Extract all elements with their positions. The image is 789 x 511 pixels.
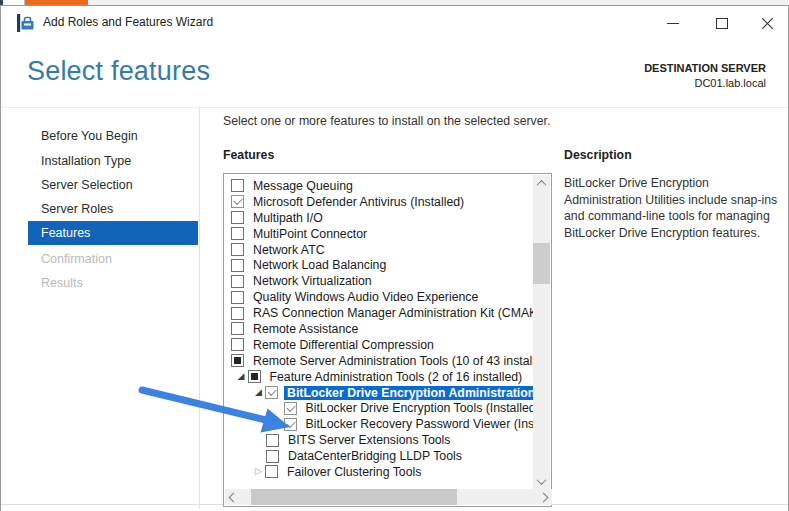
features-listbox: Message QueuingMicrosoft Defender Antivi… bbox=[223, 173, 552, 507]
roles-and-features-wizard-icon bbox=[16, 14, 34, 32]
maximize-icon bbox=[716, 18, 728, 29]
chevron-down-icon bbox=[537, 475, 547, 485]
features-rows: Message QueuingMicrosoft Defender Antivi… bbox=[224, 178, 534, 488]
feature-label: BITS Server Extensions Tools bbox=[288, 433, 450, 447]
description-text: BitLocker Drive Encryption Administratio… bbox=[564, 175, 783, 241]
feature-row-multipath-i-o[interactable]: Multipath I/O bbox=[224, 210, 534, 226]
chevron-right-icon bbox=[539, 492, 549, 502]
minimize-button[interactable] bbox=[653, 10, 693, 36]
feature-row-multipoint-connector[interactable]: MultiPoint Connector bbox=[224, 226, 534, 242]
feature-row-network-atc[interactable]: Network ATC bbox=[224, 242, 534, 258]
horizontal-scrollbar[interactable] bbox=[225, 489, 552, 505]
feature-label: BitLocker Drive Encryption Tools (Instal… bbox=[306, 401, 535, 415]
scroll-right-button[interactable] bbox=[535, 489, 552, 505]
feature-label: BitLocker Recovery Password Viewer (Inst… bbox=[306, 417, 535, 431]
header-divider bbox=[1, 107, 788, 108]
checkbox-unchecked[interactable] bbox=[266, 450, 279, 463]
sidebar-item-server-selection[interactable]: Server Selection bbox=[1, 173, 199, 197]
feature-row-microsoft-defender-antivirus-installed[interactable]: Microsoft Defender Antivirus (Installed) bbox=[224, 194, 534, 210]
feature-row-ras-connection-manager-administration-ki[interactable]: RAS Connection Manager Administration Ki… bbox=[224, 305, 534, 321]
close-button[interactable] bbox=[747, 10, 787, 36]
checkbox-unchecked[interactable] bbox=[231, 211, 244, 224]
page-title: Select features bbox=[27, 56, 210, 87]
features-list-label: Features bbox=[223, 148, 274, 162]
scroll-down-button[interactable] bbox=[533, 473, 550, 490]
destination-server-label: DESTINATION SERVER bbox=[644, 61, 766, 76]
checkbox-indeterminate[interactable] bbox=[231, 354, 244, 367]
sidebar-item-features[interactable]: Features bbox=[28, 221, 198, 245]
scroll-left-button[interactable] bbox=[225, 489, 242, 505]
checkbox-unchecked[interactable] bbox=[231, 291, 244, 304]
feature-row-message-queuing[interactable]: Message Queuing bbox=[224, 178, 534, 194]
vertical-scrollbar-thumb[interactable] bbox=[533, 243, 550, 284]
maximize-button[interactable] bbox=[702, 10, 742, 36]
title-bar: Add Roles and Features Wizard bbox=[1, 6, 788, 39]
screen: Add Roles and Features Wizard Select fea… bbox=[0, 0, 789, 511]
window-title: Add Roles and Features Wizard bbox=[43, 15, 213, 29]
feature-label: Remote Differential Compression bbox=[253, 338, 434, 352]
feature-row-remote-differential-compression[interactable]: Remote Differential Compression bbox=[224, 337, 534, 353]
feature-row-bitlocker-drive-encryption-administratio[interactable]: ◢BitLocker Drive Encryption Administrati… bbox=[224, 385, 534, 401]
sidebar-item-confirmation: Confirmation bbox=[1, 247, 199, 271]
checkbox-unchecked[interactable] bbox=[231, 259, 244, 272]
minimize-icon bbox=[667, 23, 679, 24]
feature-row-feature-administration-tools-2-of-16-ins[interactable]: ◢Feature Administration Tools (2 of 16 i… bbox=[224, 369, 534, 385]
sidebar-item-installation-type[interactable]: Installation Type bbox=[1, 149, 199, 173]
checkbox-unchecked[interactable] bbox=[231, 275, 244, 288]
checkbox-checked[interactable] bbox=[265, 386, 278, 399]
sidebar-item-before-you-begin[interactable]: Before You Begin bbox=[1, 124, 199, 148]
checkbox-checked[interactable] bbox=[284, 402, 297, 415]
checkbox-unchecked[interactable] bbox=[231, 307, 244, 320]
checkbox-unchecked[interactable] bbox=[231, 227, 244, 240]
checkbox-checked[interactable] bbox=[284, 418, 297, 431]
feature-row-bits-server-extensions-tools[interactable]: BITS Server Extensions Tools bbox=[224, 432, 534, 448]
feature-label: Network ATC bbox=[253, 243, 325, 257]
checkbox-unchecked[interactable] bbox=[266, 434, 279, 447]
sidebar-divider bbox=[199, 108, 200, 509]
horizontal-scrollbar-thumb[interactable] bbox=[251, 489, 457, 505]
collapse-icon[interactable]: ◢ bbox=[235, 372, 248, 381]
scroll-up-button[interactable] bbox=[533, 175, 550, 192]
checkbox-unchecked[interactable] bbox=[265, 465, 278, 478]
feature-label: Multipath I/O bbox=[253, 211, 323, 225]
destination-server-host: DC01.lab.local bbox=[644, 76, 766, 91]
checkbox-checked[interactable] bbox=[231, 195, 244, 208]
checkbox-unchecked[interactable] bbox=[231, 322, 244, 335]
collapse-icon[interactable]: ◢ bbox=[252, 388, 265, 397]
feature-row-quality-windows-audio-video-experience[interactable]: Quality Windows Audio Video Experience bbox=[224, 289, 534, 305]
feature-label: Remote Assistance bbox=[253, 322, 358, 336]
feature-row-bitlocker-drive-encryption-tools-install[interactable]: BitLocker Drive Encryption Tools (Instal… bbox=[224, 400, 534, 416]
vertical-scrollbar[interactable] bbox=[533, 175, 550, 490]
chevron-left-icon bbox=[229, 492, 239, 502]
close-icon bbox=[761, 17, 774, 30]
feature-row-remote-assistance[interactable]: Remote Assistance bbox=[224, 321, 534, 337]
feature-label: Network Virtualization bbox=[253, 274, 372, 288]
feature-row-datacenterbridging-lldp-tools[interactable]: DataCenterBridging LLDP Tools bbox=[224, 448, 534, 464]
checkbox-unchecked[interactable] bbox=[231, 338, 244, 351]
feature-label: RAS Connection Manager Administration Ki… bbox=[253, 306, 534, 320]
feature-row-bitlocker-recovery-password-viewer-insta[interactable]: BitLocker Recovery Password Viewer (Inst… bbox=[224, 416, 534, 432]
sidebar-item-results: Results bbox=[1, 271, 199, 295]
checkbox-unchecked[interactable] bbox=[231, 243, 244, 256]
feature-row-network-virtualization[interactable]: Network Virtualization bbox=[224, 273, 534, 289]
sidebar-item-server-roles[interactable]: Server Roles bbox=[1, 197, 199, 221]
feature-label: Network Load Balancing bbox=[253, 258, 386, 272]
feature-row-network-load-balancing[interactable]: Network Load Balancing bbox=[224, 257, 534, 273]
expand-icon[interactable]: ▷ bbox=[252, 467, 265, 476]
checkbox-unchecked[interactable] bbox=[231, 179, 244, 192]
checkbox-indeterminate[interactable] bbox=[248, 370, 261, 383]
feature-row-failover-clustering-tools[interactable]: ▷Failover Clustering Tools bbox=[224, 464, 534, 480]
feature-label: Failover Clustering Tools bbox=[287, 465, 421, 479]
chevron-up-icon bbox=[537, 180, 547, 190]
wizard-dialog: Add Roles and Features Wizard Select fea… bbox=[0, 5, 789, 511]
feature-row-remote-server-administration-tools-10-of[interactable]: Remote Server Administration Tools (10 o… bbox=[224, 353, 534, 369]
feature-label: Quality Windows Audio Video Experience bbox=[253, 290, 478, 304]
destination-server-block: DESTINATION SERVER DC01.lab.local bbox=[644, 61, 766, 91]
feature-label: Feature Administration Tools (2 of 16 in… bbox=[270, 370, 523, 384]
feature-label: BitLocker Drive Encryption Administratio… bbox=[284, 386, 534, 400]
description-heading: Description bbox=[564, 148, 632, 162]
feature-label: DataCenterBridging LLDP Tools bbox=[288, 449, 462, 463]
feature-label: Message Queuing bbox=[253, 179, 353, 193]
feature-label: MultiPoint Connector bbox=[253, 227, 367, 241]
instruction-text: Select one or more features to install o… bbox=[223, 114, 763, 128]
